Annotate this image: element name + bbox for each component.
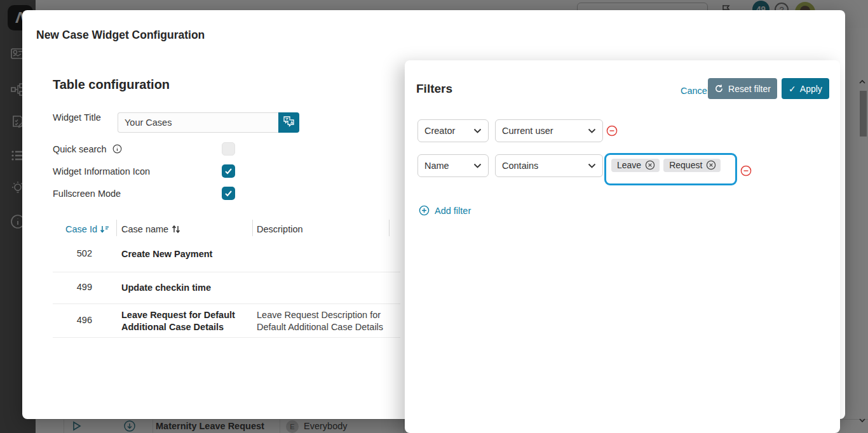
close-circle-icon [645, 160, 655, 170]
reset-filter-button[interactable]: Reset filter [708, 78, 777, 99]
widget-info-label: Widget Information Icon [53, 166, 150, 177]
widget-title-input[interactable] [118, 112, 278, 133]
cell-case-id: 496 [53, 315, 92, 325]
translate-button[interactable] [278, 112, 299, 133]
remove-tag-button[interactable] [706, 160, 716, 170]
tag-label: Leave [617, 160, 641, 170]
cell-case-name: Create New Payment [121, 248, 252, 260]
tag-label: Request [669, 160, 702, 170]
header-divider [389, 220, 390, 236]
chevron-down-icon [588, 128, 596, 134]
sort-descending-icon [100, 225, 109, 234]
fullscreen-checkbox[interactable] [222, 187, 235, 200]
remove-tag-button[interactable] [645, 160, 655, 170]
minus-circle-icon [606, 125, 618, 137]
modal-title: New Case Widget Configuration [36, 29, 205, 42]
translate-icon [283, 116, 295, 130]
widget-title-label: Widget Title [53, 112, 101, 123]
apply-button[interactable]: ✓ Apply [782, 78, 829, 99]
info-tooltip-icon[interactable] [112, 144, 122, 156]
column-header-case-id[interactable]: Case Id [65, 224, 109, 234]
filter-field-value: Creator [424, 126, 455, 136]
filters-title: Filters [416, 82, 452, 96]
remove-filter-button[interactable] [740, 165, 752, 177]
minus-circle-icon [740, 165, 752, 177]
chevron-down-icon [588, 163, 596, 169]
filters-panel: Filters Cancel Reset filter ✓ Apply Crea… [405, 60, 840, 433]
widget-info-checkbox[interactable] [222, 164, 235, 178]
filter-operator-select[interactable]: Current user [495, 119, 603, 142]
filter-field-value: Name [424, 161, 449, 171]
header-divider [252, 220, 253, 236]
fullscreen-label: Fullscreen Mode [53, 189, 121, 199]
plus-circle-icon [419, 205, 430, 216]
case-name-header-label: Case name [121, 224, 168, 234]
check-icon: ✓ [789, 84, 796, 94]
chevron-down-icon [473, 163, 482, 169]
header-divider [116, 220, 117, 236]
chevron-down-icon [473, 128, 482, 134]
quick-search-label-text: Quick search [53, 144, 107, 154]
row-separator [53, 303, 400, 304]
cell-case-name: Update checkin time [121, 282, 252, 294]
refresh-icon [714, 84, 724, 93]
filter-tag: Leave [611, 159, 660, 172]
sort-both-icon [171, 225, 181, 234]
cell-description: Leave Request Description for Default Ad… [257, 309, 387, 333]
row-separator [53, 272, 400, 272]
add-filter-label: Add filter [435, 206, 471, 216]
cancel-link[interactable]: Cancel [681, 86, 709, 96]
filter-operator-value: Current user [502, 126, 553, 136]
filter-values-input[interactable]: Leave Request [604, 153, 737, 185]
filter-operator-select[interactable]: Contains [495, 154, 603, 177]
column-header-case-name[interactable]: Case name [121, 224, 181, 234]
cell-case-id: 499 [53, 282, 92, 292]
filter-field-select[interactable]: Name [417, 154, 489, 177]
case-id-header-label: Case Id [65, 224, 97, 234]
description-header-label: Description [257, 224, 303, 234]
column-header-description[interactable]: Description [257, 224, 303, 234]
reset-filter-label: Reset filter [728, 84, 771, 94]
remove-filter-button[interactable] [606, 125, 618, 137]
filter-tag: Request [663, 159, 721, 172]
apply-label: Apply [800, 84, 822, 94]
cell-case-id: 502 [53, 248, 92, 258]
quick-search-checkbox[interactable] [222, 142, 235, 156]
cell-case-name: Leave Request for Default Additional Cas… [121, 309, 252, 333]
add-filter-link[interactable]: Add filter [419, 205, 471, 216]
quick-search-label: Quick search [53, 144, 122, 156]
close-circle-icon [706, 160, 716, 170]
filter-field-select[interactable]: Creator [417, 119, 489, 142]
row-separator [53, 337, 400, 338]
filter-operator-value: Contains [502, 161, 538, 171]
section-title: Table configuration [53, 77, 170, 92]
